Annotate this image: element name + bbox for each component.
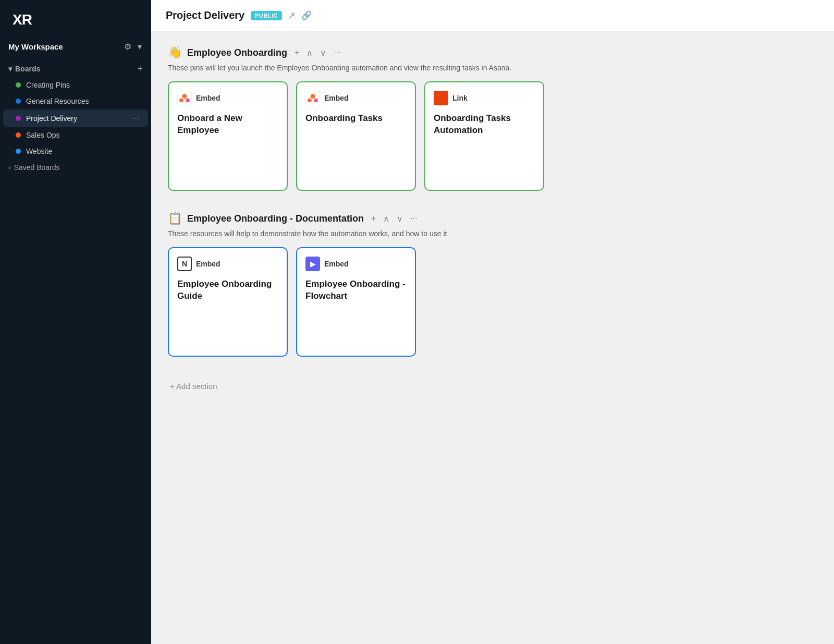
workspace-chevron-button[interactable]: ▾ <box>137 41 143 53</box>
section-desc-1: These pins will let you launch the Emplo… <box>168 64 817 72</box>
project-delivery-more-icon[interactable]: ⋯ <box>131 113 140 123</box>
sidebar-item-project-delivery[interactable]: Project Delivery ⋯ <box>3 110 148 127</box>
card-type-label-2: Embed <box>324 94 349 102</box>
card-title-tasks: Onboarding Tasks <box>305 113 407 125</box>
loom-icon-1: ▶ <box>305 257 320 271</box>
website-dot <box>16 149 21 154</box>
section-controls-2: + ∧ ∨ ··· <box>369 213 420 225</box>
card-onboarding-automation[interactable]: Link Onboarding Tasks Automation <box>424 81 544 191</box>
card-header-guide: N Embed <box>177 257 278 271</box>
svg-point-0 <box>182 94 187 99</box>
workspace-icons: ⚙ ▾ <box>123 41 143 53</box>
copy-link-icon[interactable]: 🔗 <box>301 10 312 20</box>
logo-area: XR <box>0 0 151 37</box>
card-type-label-1: Embed <box>196 94 220 102</box>
topbar: Project Delivery PUBLIC ↗ 🔗 <box>151 0 834 31</box>
card-title-guide: Employee Onboarding Guide <box>177 278 278 302</box>
boards-nav: Creating Pins General Resources Project … <box>0 77 151 160</box>
card-type-label-5: Embed <box>324 260 349 268</box>
logo: XR <box>13 11 32 28</box>
card-type-label-4: Embed <box>196 260 220 268</box>
section-more-button-1[interactable]: ··· <box>332 47 342 58</box>
section-add-button-2[interactable]: + <box>369 213 378 224</box>
section-add-button-1[interactable]: + <box>292 47 301 58</box>
card-onboarding-flowchart[interactable]: ▶ Embed Employee Onboarding - Flowchart <box>296 247 416 357</box>
sidebar-item-sales-ops[interactable]: Sales Ops <box>3 127 148 143</box>
card-header-onboard: Embed <box>177 91 278 105</box>
svg-point-3 <box>311 94 315 99</box>
section-emoji-2: 📋 <box>168 212 182 225</box>
boards-label: Boards <box>15 65 40 73</box>
card-title-onboard: Onboard a New Employee <box>177 113 278 137</box>
section-employee-onboarding: 👋 Employee Onboarding + ∧ ∨ ··· These pi… <box>168 46 817 191</box>
general-resources-label: General Resources <box>26 97 89 105</box>
card-header-flowchart: ▶ Embed <box>305 257 407 271</box>
section-collapse-up-button-2[interactable]: ∧ <box>381 213 391 225</box>
svg-point-4 <box>308 99 312 103</box>
svg-point-5 <box>314 99 318 103</box>
sidebar-item-website[interactable]: Website <box>3 143 148 159</box>
project-delivery-dot <box>16 116 21 121</box>
asana-icon-2 <box>305 91 320 105</box>
section-emoji-1: 👋 <box>168 46 182 59</box>
main-content: Project Delivery PUBLIC ↗ 🔗 👋 Employee O… <box>151 0 834 644</box>
section-title-row-2: 📋 Employee Onboarding - Documentation + … <box>168 212 817 225</box>
external-link-icon[interactable]: ↗ <box>288 10 295 20</box>
card-header-tasks: Embed <box>305 91 407 105</box>
card-header-automation: Link <box>434 91 535 105</box>
cards-grid-1: Embed Onboard a New Employee <box>168 81 817 191</box>
section-title-row-1: 👋 Employee Onboarding + ∧ ∨ ··· <box>168 46 817 59</box>
sidebar: XR My Workspace ⚙ ▾ ▾ Boards + Creating … <box>0 0 151 644</box>
workspace-settings-button[interactable]: ⚙ <box>123 41 132 53</box>
add-section-button[interactable]: + Add section <box>168 378 219 395</box>
saved-boards-chevron-icon: › <box>8 163 11 172</box>
general-resources-dot <box>16 99 21 104</box>
section-controls-1: + ∧ ∨ ··· <box>292 47 343 59</box>
section-collapse-down-button-1[interactable]: ∨ <box>318 47 328 59</box>
section-desc-2: These resources will help to demonstrate… <box>168 229 817 238</box>
cards-grid-2: N Embed Employee Onboarding Guide ▶ Embe… <box>168 247 817 357</box>
section-collapse-up-button-1[interactable]: ∧ <box>304 47 315 59</box>
boards-chevron-icon: ▾ <box>8 65 12 73</box>
section-employee-onboarding-docs: 📋 Employee Onboarding - Documentation + … <box>168 212 817 357</box>
sidebar-item-creating-pins[interactable]: Creating Pins <box>3 77 148 93</box>
sidebar-item-general-resources[interactable]: General Resources <box>3 93 148 109</box>
section-title-1: Employee Onboarding <box>187 47 287 58</box>
page-title: Project Delivery <box>166 9 244 21</box>
orange-link-icon <box>434 91 448 105</box>
section-more-button-2[interactable]: ··· <box>408 213 419 224</box>
notion-icon-1: N <box>177 257 192 271</box>
project-delivery-label: Project Delivery <box>26 114 77 123</box>
content-area: 👋 Employee Onboarding + ∧ ∨ ··· These pi… <box>151 31 834 644</box>
card-onboard-new-employee[interactable]: Embed Onboard a New Employee <box>168 81 288 191</box>
website-label: Website <box>26 147 52 155</box>
sales-ops-label: Sales Ops <box>26 131 60 139</box>
card-type-label-3: Link <box>452 94 468 102</box>
svg-point-2 <box>186 99 190 103</box>
saved-boards-row[interactable]: › Saved Boards <box>0 160 151 175</box>
card-title-flowchart: Employee Onboarding - Flowchart <box>305 278 407 302</box>
svg-point-1 <box>179 99 183 103</box>
saved-boards-label: Saved Boards <box>14 163 60 172</box>
card-onboarding-tasks[interactable]: Embed Onboarding Tasks <box>296 81 416 191</box>
section-collapse-down-button-2[interactable]: ∨ <box>395 213 405 225</box>
card-onboarding-guide[interactable]: N Embed Employee Onboarding Guide <box>168 247 288 357</box>
asana-icon-1 <box>177 91 192 105</box>
creating-pins-dot <box>16 82 21 88</box>
sales-ops-dot <box>16 132 21 138</box>
public-badge: PUBLIC <box>251 11 282 20</box>
workspace-name: My Workspace <box>8 42 63 51</box>
workspace-row: My Workspace ⚙ ▾ <box>0 37 151 61</box>
section-title-2: Employee Onboarding - Documentation <box>187 213 364 224</box>
card-title-automation: Onboarding Tasks Automation <box>434 113 535 137</box>
add-section-label: + Add section <box>170 382 217 391</box>
boards-section-header[interactable]: ▾ Boards + <box>0 61 151 77</box>
creating-pins-label: Creating Pins <box>26 81 70 89</box>
add-board-button[interactable]: + <box>137 64 143 74</box>
